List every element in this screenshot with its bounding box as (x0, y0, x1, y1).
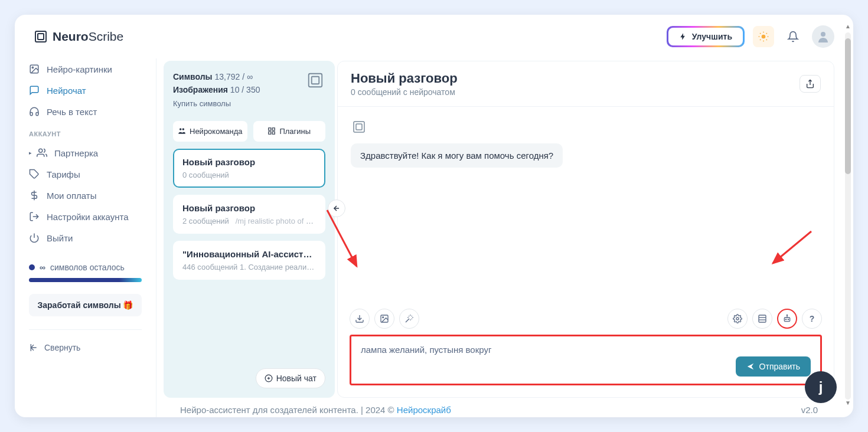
symbols-value: 13,792 / ∞ (214, 72, 252, 81)
rocket-icon (679, 32, 687, 41)
svg-point-13 (180, 128, 182, 130)
grid-icon (267, 127, 276, 135)
symbols-remaining-label: символов осталось (50, 263, 125, 272)
share-button[interactable] (800, 75, 821, 93)
conversation-item[interactable]: Новый разговор 0 сообщений (173, 149, 325, 188)
chat-panel: Новый разговор 0 сообщений с нейрочатом (337, 61, 834, 398)
scroll-up[interactable]: ▲ (845, 23, 851, 31)
sidebar-item-partner[interactable]: Партнерка (22, 142, 149, 163)
plus-circle-icon (265, 374, 273, 382)
svg-point-6 (39, 149, 43, 152)
image-icon (29, 64, 40, 74)
svg-point-35 (788, 319, 788, 320)
send-button[interactable]: Отправить (736, 356, 811, 377)
footer-link[interactable]: Нейроскрайб (397, 405, 451, 415)
svg-rect-15 (269, 128, 271, 130)
sidebar-item-images[interactable]: Нейро-картинки (22, 58, 149, 80)
conversation-meta: 2 сообщений /mj realistic photo of a… (182, 217, 316, 225)
svg-rect-16 (273, 128, 275, 130)
symbols-label: Символы (173, 72, 213, 81)
team-icon (178, 127, 186, 135)
scroll-down[interactable]: ▼ (845, 400, 851, 408)
question-icon: ? (810, 314, 815, 323)
theme-toggle[interactable] (753, 26, 774, 47)
layout-tool-button[interactable] (752, 309, 772, 329)
share-icon (805, 79, 815, 89)
sun-icon (758, 31, 769, 42)
messages: Здравствуйте! Как я могу вам помочь сего… (338, 107, 834, 303)
avatar[interactable] (812, 25, 834, 48)
svg-point-2 (762, 35, 766, 39)
conversation-item[interactable]: Новый разговор 2 сообщений /mj realistic… (173, 195, 325, 234)
collapse-sidebar-button[interactable]: Свернуть (22, 338, 149, 357)
logo-icon (34, 30, 48, 44)
svg-rect-24 (356, 124, 362, 130)
magic-tool-button[interactable] (399, 309, 419, 329)
notifications-button[interactable] (782, 26, 804, 47)
conversation-item[interactable]: "Инновационный AI-ассист… 446 сообщений … (173, 241, 325, 280)
help-button[interactable]: ? (802, 309, 822, 329)
logo[interactable]: NeuroScribe (34, 30, 123, 44)
svg-rect-12 (312, 77, 319, 84)
collapse-panel-button[interactable] (328, 199, 345, 217)
sidebar-item-label: Партнерка (54, 148, 98, 158)
new-chat-label: Новый чат (276, 374, 316, 383)
sidebar-item-tariffs[interactable]: Тарифы (22, 163, 149, 185)
svg-rect-30 (759, 315, 766, 322)
svg-point-37 (787, 315, 787, 315)
divider (29, 329, 142, 330)
status-dot (29, 264, 35, 270)
power-icon (29, 233, 40, 243)
chat-header: Новый разговор 0 сообщений с нейрочатом (338, 61, 834, 107)
conversation-meta: 0 сообщений (182, 171, 316, 179)
settings-tool-button[interactable] (727, 309, 748, 329)
upgrade-button[interactable]: Улучшить (667, 26, 745, 47)
symbols-remaining: ∞ символов осталось (22, 263, 149, 272)
sidebar-item-label: Речь в текст (47, 107, 97, 117)
footer-version: v2.0 (801, 405, 818, 415)
images-value: 10 / 350 (230, 85, 260, 94)
message-input[interactable]: лампа желаний, пустыня вокруг (361, 345, 811, 355)
arrow-left-icon (332, 204, 341, 212)
attach-button[interactable] (350, 309, 370, 329)
conversation-title: Новый разговор (182, 157, 316, 167)
gear-icon (733, 314, 742, 323)
conversation-title: "Инновационный AI-ассист… (182, 249, 316, 259)
header: NeuroScribe Улучшить (15, 15, 853, 58)
earn-symbols-button[interactable]: Заработай символы 🎁 (29, 294, 142, 316)
sidebar-item-label: Тарифы (47, 169, 80, 179)
plugins-pill[interactable]: Плагины (253, 121, 325, 142)
team-label: Нейрокоманда (190, 127, 243, 136)
bell-icon (787, 31, 799, 42)
scrollbar[interactable] (845, 32, 851, 400)
bot-tool-button[interactable] (777, 309, 797, 329)
plugins-label: Плагины (279, 127, 311, 136)
chat-list-panel: Символы 13,792 / ∞ Изображения 10 / 350 … (164, 61, 335, 398)
svg-rect-1 (38, 34, 44, 40)
sidebar-item-label: Выйти (47, 233, 73, 243)
image-tool-button[interactable] (374, 309, 394, 329)
svg-point-14 (182, 128, 185, 130)
sidebar-item-settings[interactable]: Настройки аккаунта (22, 206, 149, 227)
exit-icon (29, 211, 40, 222)
team-pill[interactable]: Нейрокоманда (173, 121, 247, 142)
chat-title: Новый разговор (351, 71, 458, 86)
help-widget[interactable]: j (805, 371, 837, 403)
download-icon (355, 314, 364, 323)
svg-point-34 (785, 319, 786, 320)
buy-symbols-link[interactable]: Купить символы (173, 98, 260, 110)
bot-avatar-icon (351, 119, 367, 135)
sidebar-item-logout[interactable]: Выйти (22, 227, 149, 248)
chat-icon (29, 85, 40, 96)
new-chat-button[interactable]: Новый чат (256, 368, 325, 388)
sidebar-item-label: Нейрочат (47, 86, 86, 96)
scrollbar-thumb[interactable] (845, 38, 851, 174)
sidebar-item-payments[interactable]: Мои оплаты (22, 185, 149, 206)
sidebar-item-speech[interactable]: Речь в текст (22, 101, 149, 122)
app-window: ▲ ▼ NeuroScribe Улучшить (15, 15, 853, 417)
headphones-icon (29, 106, 40, 117)
svg-point-3 (821, 32, 825, 37)
progress-bar (29, 278, 142, 282)
sidebar-item-chat[interactable]: Нейрочат (22, 80, 149, 101)
svg-rect-0 (35, 31, 46, 42)
